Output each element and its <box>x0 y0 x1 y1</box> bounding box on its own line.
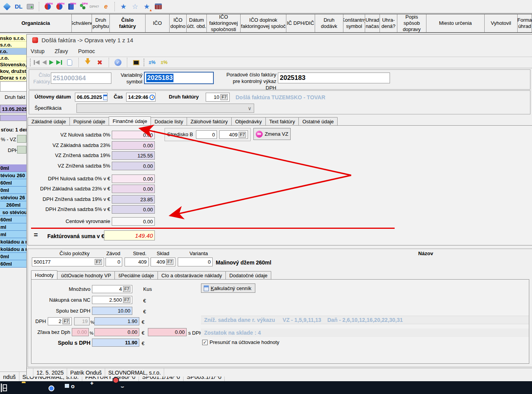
col-uhrad-nacas[interactable]: Uhrad načas <box>365 14 380 32</box>
org-row[interactable]: kov, družst <box>0 68 26 74</box>
zmena-vz-button[interactable]: Zmena VZ <box>253 128 291 140</box>
chrome-icon[interactable] <box>46 383 56 393</box>
presunut-checkbox[interactable]: ✓ <box>202 340 208 345</box>
confirm-icon[interactable]: ✓ <box>113 58 123 67</box>
item-row[interactable]: 60ml <box>0 260 26 268</box>
tab-zakladne-udaje[interactable]: Základné údaje <box>28 117 70 125</box>
item-row[interactable]: 0ml <box>0 253 26 260</box>
stred-field[interactable]: 409 <box>125 257 149 266</box>
stredisko-field-1[interactable]: 0 <box>196 130 217 139</box>
polozka-f7-button[interactable]: F7 <box>95 259 102 265</box>
sklad-field[interactable]: 409F7 <box>151 257 175 266</box>
dph-clip-icon[interactable]: DPH <box>78 2 87 11</box>
zlava-sdph-field[interactable]: 0.00 <box>148 328 187 336</box>
clock-icon[interactable] <box>149 95 155 100</box>
dph-book-icon[interactable]: DPH <box>66 2 76 11</box>
first-record-button[interactable] <box>34 60 40 65</box>
dph-code-field[interactable]: 2F7 <box>48 317 72 325</box>
item-row[interactable]: ml <box>0 223 26 231</box>
import-down-icon[interactable] <box>83 58 92 67</box>
calendar-icon[interactable] <box>103 95 107 100</box>
col-ic-dph-dic[interactable]: IČ DPH/DIČ <box>286 14 315 32</box>
xdph-ball-icon-2[interactable]: xDPH <box>55 2 64 11</box>
menu-vstup[interactable]: Vstup <box>31 48 45 54</box>
discord-icon[interactable] <box>118 383 128 393</box>
mnozstvo-field[interactable]: 4F7 <box>92 285 132 293</box>
tab-hodnoty[interactable]: Hodnoty <box>31 270 57 279</box>
varianta-field[interactable]: 0 <box>178 257 213 266</box>
menu-zlavy[interactable]: Zľavy <box>55 48 68 54</box>
accounting-app-icon[interactable] <box>94 383 104 393</box>
star-flame-icon[interactable]: ★ <box>142 2 151 11</box>
chip-icon[interactable] <box>132 58 141 67</box>
tab-clo-naklady[interactable]: Clo a obstarávacie náklady <box>158 271 226 279</box>
col-ico-doplno[interactable]: IČO doplno <box>170 14 187 32</box>
col-druh-pohybu[interactable]: Druh pohybu <box>92 14 110 32</box>
barcode-icon[interactable] <box>154 2 163 11</box>
diamond-app-icon[interactable] <box>2 2 12 11</box>
item-row[interactable]: téviou 260 <box>0 172 26 179</box>
menu-pomoc[interactable]: Pomoc <box>78 48 95 54</box>
zlava-eur-field[interactable]: 0.00 <box>94 328 139 336</box>
tab-objednavky[interactable]: Objednávky <box>231 117 266 125</box>
item-row[interactable]: 60ml <box>0 179 26 187</box>
zavod-field[interactable]: 0 <box>106 257 122 266</box>
taskbar-partial-icon[interactable] <box>1 384 5 392</box>
variabilny-symbol-field[interactable]: 2025183 <box>144 72 214 84</box>
org-row-selected[interactable]: r.o. <box>0 48 26 55</box>
org-row[interactable]: .r.o. <box>0 55 26 61</box>
item-row[interactable]: ml <box>0 231 26 238</box>
item-row[interactable]: koládou a r <box>0 238 26 245</box>
vz-0-field[interactable]: 0.00 <box>112 131 155 139</box>
tab-specialne-udaje[interactable]: šPeciálne údaje <box>114 271 158 279</box>
vz-5-field[interactable]: 0.00 <box>112 162 155 170</box>
file-explorer-icon[interactable] <box>22 383 32 393</box>
tab-dodacie-listy[interactable]: Dodacie listy <box>151 117 187 125</box>
col-vyhotovil[interactable]: Vyhotovil <box>485 14 518 32</box>
specifikacia-dropdown[interactable]: ∨ <box>76 104 254 113</box>
vz-19-field[interactable]: 125.55 <box>112 151 155 160</box>
dph-question-icon[interactable]: DPH? <box>90 2 99 11</box>
dph-5-field[interactable]: 0.00 <box>112 205 155 214</box>
col-ico-doplnok-faktoring[interactable]: IČO doplnok faktoringovej spoloč <box>241 14 286 32</box>
background-date-field[interactable]: 13.05.2025 <box>0 105 26 113</box>
col-forma-uhrady[interactable]: Forma úhrad <box>518 14 532 32</box>
previous-record-button[interactable] <box>42 60 47 65</box>
nakupna-cena-field[interactable]: 2.500F7 <box>92 296 132 304</box>
kalkulacny-cennik-button[interactable]: Kalkulačný cenník <box>201 283 255 293</box>
device-icon[interactable] <box>26 2 35 11</box>
uctovny-datum-field[interactable]: 06.05.2025 <box>75 93 107 102</box>
dph-0-field[interactable]: 0.00 <box>112 175 155 183</box>
col-ico[interactable]: IČO <box>146 14 170 32</box>
tab-financne-udaje[interactable]: Finančné údaje <box>109 116 151 125</box>
col-cislo-faktury[interactable]: Číslo faktúry <box>110 14 146 32</box>
xdph-ball-icon-1[interactable]: xDPH <box>43 2 52 11</box>
outlook-icon[interactable] <box>70 383 80 393</box>
col-popis-dopravy[interactable]: Popis spôsob dopravy <box>397 14 426 32</box>
org-row[interactable]: nsko s.r.o. <box>0 35 26 41</box>
vz-23-field[interactable]: 0.00 <box>112 141 155 150</box>
col-miesto-urcenia[interactable]: Miesto určenia <box>426 14 485 32</box>
next-record-button[interactable] <box>49 60 54 65</box>
col-ico-faktoring[interactable]: IČO faktoringovej spoločnosti <box>207 14 241 32</box>
item-row[interactable]: 260ml <box>0 201 26 209</box>
tab-dodatocne-udaje[interactable]: Dodatočné údaje <box>225 271 271 279</box>
dph-19-field[interactable]: 23.85 <box>112 195 155 204</box>
druh-f7-button[interactable]: F7 <box>220 94 228 100</box>
dl-button[interactable]: DL <box>14 2 23 11</box>
last-record-button[interactable] <box>56 60 62 65</box>
delete-icon[interactable]: ✖ <box>95 58 104 67</box>
stredisko-field-2[interactable]: 409F7 <box>219 130 248 139</box>
org-row[interactable]: s.r.o. <box>0 41 26 48</box>
item-row[interactable]: 60ml <box>0 216 26 223</box>
druh-faktury-field[interactable]: 10F7 <box>206 93 230 102</box>
org-row[interactable]: Slovensko, <box>0 61 26 68</box>
percent-blue-icon[interactable]: ±% <box>147 58 157 67</box>
mnozstvo-f7-button[interactable]: F7 <box>123 286 130 292</box>
new-record-icon[interactable] <box>65 58 74 67</box>
org-row[interactable]: Doraz s r.o <box>0 74 26 81</box>
col-organizacia[interactable]: Organizácia <box>0 14 72 32</box>
col-druh-dodavky[interactable]: Druh dodávk <box>315 14 343 32</box>
stredisko-f7-button[interactable]: F7 <box>239 132 246 138</box>
col-schvalene[interactable]: Schválené <box>72 14 92 32</box>
